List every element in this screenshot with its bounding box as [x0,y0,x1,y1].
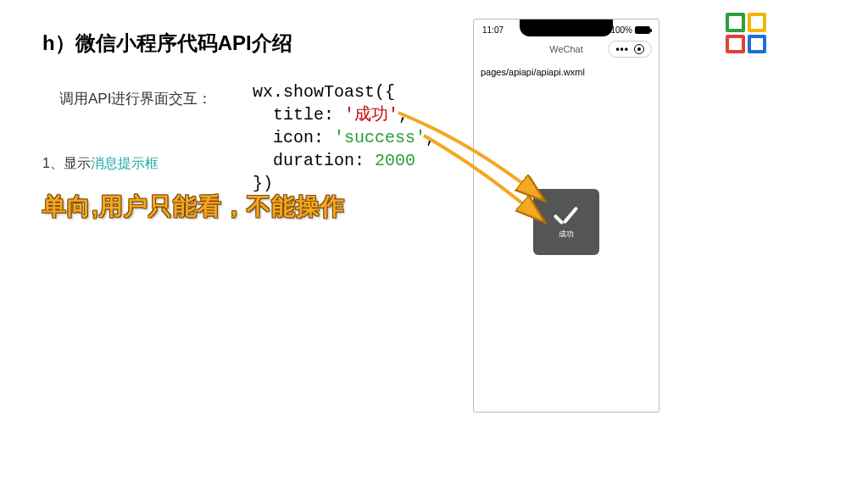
code-string: '成功' [344,105,398,125]
nav-bar: WeChat ••• [474,36,659,62]
battery-icon [635,26,650,34]
page-path: pages/apiapi/apiapi.wxml [474,62,659,79]
close-icon [634,44,644,54]
code-number: 2000 [375,151,415,170]
toast-label: 成功 [559,229,574,240]
logo-square-blue [748,35,767,54]
code-line: icon: [253,128,334,147]
slide-subtitle: 调用API进行界面交互： [59,89,212,108]
code-line: duration: [253,151,375,170]
annotation-arrows [0,0,868,488]
logo-square-yellow [748,13,767,32]
list-item-prefix: 1、显示 [42,156,91,170]
code-line: title: [253,105,344,125]
menu-icon: ••• [615,44,629,54]
status-battery: 100% [610,25,650,35]
logo-square-red [726,35,745,54]
logo-square-green [726,13,745,32]
callout-text: 单向,用户只能看，不能操作 [42,191,345,223]
capsule-button[interactable]: ••• [608,41,652,58]
code-line: wx.showToast({ [253,82,395,102]
list-item-highlight: 消息提示框 [91,156,159,170]
slide-title: h）微信小程序代码API介绍 [42,30,292,57]
list-item-1: 1、显示消息提示框 [42,155,159,173]
code-sample: wx.showToast({ title: '成功', icon: 'succe… [253,80,436,195]
phone-notch [520,19,613,36]
code-string: 'success' [334,128,426,147]
phone-mockup: 11:07 100% WeChat ••• pages/apiapi/apiap… [473,19,659,413]
check-icon [552,205,581,225]
brand-logo [726,13,766,53]
status-time: 11:07 [482,25,504,35]
toast-box: 成功 [533,189,599,255]
